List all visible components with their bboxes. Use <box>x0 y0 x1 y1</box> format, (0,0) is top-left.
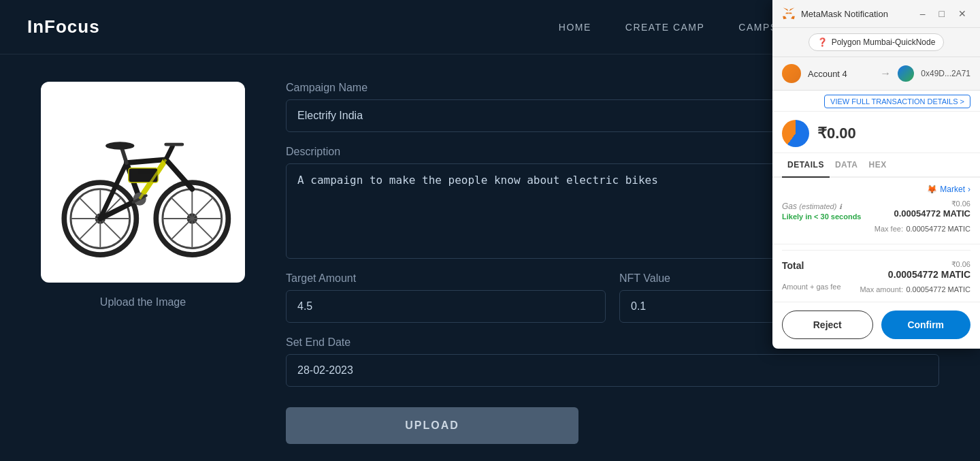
mm-tabs: DETAILS DATA HEX <box>772 153 980 178</box>
mm-network-badge: ❓ Polygon Mumbai-QuickNode <box>808 33 945 51</box>
upload-image-label: Upload the Image <box>100 296 186 308</box>
mm-gas-info-icon[interactable]: ℹ <box>839 203 842 210</box>
mm-max-amount: Max amount: 0.00054772 MATIC <box>860 283 970 295</box>
mm-maxfee-row: Max fee: 0.00054772 MATIC <box>782 225 970 237</box>
mm-titlebar: MetaMask Notification – □ ✕ <box>772 0 980 28</box>
mm-account-row: Account 4 → 0x49D...2A71 <box>772 57 980 91</box>
mm-globe-icon <box>898 65 914 82</box>
mm-total-matic: 0.00054772 MATIC <box>888 269 970 280</box>
mm-market-row: 🦊 Market › <box>782 185 970 194</box>
svg-marker-32 <box>785 13 789 14</box>
svg-line-20 <box>166 146 173 159</box>
mm-gas-label: Gas (estimated) ℹ <box>782 202 842 211</box>
mm-notification-header: VIEW FULL TRANSACTION DETAILS > <box>772 91 980 112</box>
mm-amount-gas-label: Amount + gas fee <box>782 283 841 295</box>
mm-total-inr: ₹0.06 <box>888 260 970 269</box>
nav-create-camp[interactable]: CREATE CAMP <box>625 22 705 33</box>
mm-gas-matic: 0.00054772 MATIC <box>894 208 971 219</box>
mm-total-label: Total <box>782 260 804 271</box>
svg-marker-31 <box>783 16 787 20</box>
mm-actions: Reject Confirm <box>772 302 980 349</box>
mm-balance-amount: ₹0.00 <box>817 125 856 142</box>
mm-tab-data[interactable]: DATA <box>830 153 864 178</box>
mm-close-button[interactable]: ✕ <box>954 7 970 20</box>
mm-gas-section: 🦊 Market › Gas (estimated) ℹ Likely in <… <box>772 178 980 244</box>
target-amount-label: Target Amount <box>286 272 606 285</box>
svg-line-22 <box>122 148 127 162</box>
target-amount-group: Target Amount <box>286 272 606 323</box>
mm-minimize-button[interactable]: – <box>916 7 930 20</box>
target-amount-input[interactable] <box>286 290 606 323</box>
mm-account-name: Account 4 <box>808 69 873 79</box>
mm-address: 0x49D...2A71 <box>921 69 970 78</box>
mm-gas-inr: ₹0.06 <box>894 200 971 208</box>
mm-maxfee-label: Max fee: <box>875 225 903 237</box>
mm-balance-area: ₹0.00 <box>772 112 980 153</box>
mm-gas-row: Gas (estimated) ℹ Likely in < 30 seconds… <box>782 200 970 222</box>
metamask-fox-icon <box>782 7 796 20</box>
svg-line-16 <box>127 159 166 163</box>
mm-network-bar: ❓ Polygon Mumbai-QuickNode <box>772 28 980 57</box>
mm-likely-label: Likely in < 30 seconds <box>782 212 861 222</box>
mm-account-icon <box>782 64 801 83</box>
mm-chevron-right-icon: › <box>968 185 970 194</box>
mm-total-section: Total ₹0.06 0.00054772 MATIC Amount + ga… <box>772 256 980 302</box>
mm-question-icon: ❓ <box>817 37 828 47</box>
mm-balance-icon <box>782 120 809 147</box>
mm-reject-button[interactable]: Reject <box>782 311 873 339</box>
svg-marker-30 <box>791 16 795 20</box>
mm-divider <box>782 250 970 251</box>
mm-max-amount-label: Max amount: <box>860 285 903 293</box>
svg-marker-29 <box>783 7 788 11</box>
mm-market-label: Market <box>940 185 965 194</box>
metamask-overlay: MetaMask Notification – □ ✕ ❓ Polygon Mu… <box>772 0 980 349</box>
mm-fox-small-icon: 🦊 <box>927 185 937 194</box>
mm-market-link[interactable]: 🦊 Market › <box>927 185 970 194</box>
end-date-input[interactable] <box>286 354 939 387</box>
mm-tab-hex[interactable]: HEX <box>864 153 892 178</box>
svg-marker-28 <box>789 7 794 11</box>
mm-network-name: Polygon Mumbai-QuickNode <box>832 37 936 47</box>
mm-gas-left: Gas (estimated) ℹ Likely in < 30 seconds <box>782 200 861 222</box>
image-box[interactable] <box>41 82 245 283</box>
mm-gas-values: ₹0.06 0.00054772 MATIC <box>894 200 971 219</box>
mm-gas-label-row: Gas (estimated) ℹ <box>782 200 861 212</box>
svg-marker-33 <box>789 13 792 14</box>
mm-title: MetaMask Notification <box>801 9 911 19</box>
mm-view-details-link[interactable]: VIEW FULL TRANSACTION DETAILS > <box>824 95 970 108</box>
mm-maxfee-value: 0.00054772 MATIC <box>906 225 970 237</box>
upload-button[interactable]: UPLOAD <box>286 407 578 444</box>
mm-confirm-button[interactable]: Confirm <box>881 311 971 339</box>
mm-tab-details[interactable]: DETAILS <box>782 153 830 178</box>
mm-amount-gas-row: Amount + gas fee Max amount: 0.00054772 … <box>782 283 970 295</box>
nav-home[interactable]: HOME <box>559 22 591 33</box>
mm-arrow-icon: → <box>880 67 891 80</box>
mm-max-amount-value: 0.00054772 MATIC <box>906 285 970 293</box>
image-panel: Upload the Image <box>41 82 245 444</box>
svg-point-23 <box>105 142 134 150</box>
mm-maximize-button[interactable]: □ <box>935 7 949 20</box>
mm-total-values: ₹0.06 0.00054772 MATIC <box>888 260 970 280</box>
app-logo: InFocus <box>27 16 100 37</box>
bike-image <box>51 94 235 271</box>
mm-total-row: Total ₹0.06 0.00054772 MATIC <box>782 260 970 280</box>
